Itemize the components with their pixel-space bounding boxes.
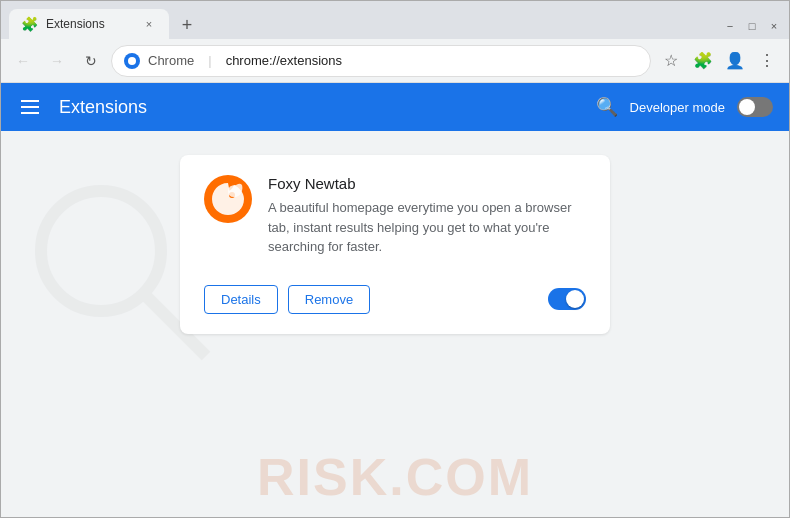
address-separator: | (208, 53, 211, 68)
menu-button[interactable]: ⋮ (753, 47, 781, 75)
card-header: Foxy Newtab A beautiful homepage everyti… (204, 175, 586, 257)
watermark-text: RISK.COM (257, 447, 533, 507)
svg-point-2 (128, 57, 136, 65)
extensions-button[interactable]: 🧩 (689, 47, 717, 75)
hamburger-line-2 (21, 106, 39, 108)
tab-favicon-puzzle: 🧩 (21, 16, 38, 32)
site-security-icon (124, 53, 140, 69)
address-bar[interactable]: Chrome | chrome://extensions (111, 45, 651, 77)
extensions-page-title: Extensions (59, 97, 147, 118)
main-content: Foxy Newtab A beautiful homepage everyti… (1, 131, 789, 517)
site-name: Chrome (148, 53, 194, 68)
tab-title: Extensions (46, 17, 105, 31)
browser-window: 🧩 Extensions × + − □ × ← → ↻ Chrome | ch… (0, 0, 790, 518)
extension-description: A beautiful homepage everytime you open … (268, 198, 586, 257)
active-tab[interactable]: 🧩 Extensions × (9, 9, 169, 39)
window-controls: − □ × (723, 19, 781, 39)
address-url: chrome://extensions (226, 53, 342, 68)
title-bar: 🧩 Extensions × + − □ × (1, 1, 789, 39)
back-button[interactable]: ← (9, 47, 37, 75)
browser-toolbar: ← → ↻ Chrome | chrome://extensions ☆ 🧩 👤… (1, 39, 789, 83)
search-icon[interactable]: 🔍 (596, 96, 618, 118)
extension-card: Foxy Newtab A beautiful homepage everyti… (180, 155, 610, 334)
extensions-bar-right: 🔍 Developer mode (596, 96, 773, 118)
forward-button[interactable]: → (43, 47, 71, 75)
reload-button[interactable]: ↻ (77, 47, 105, 75)
new-tab-button[interactable]: + (173, 11, 201, 39)
bookmark-button[interactable]: ☆ (657, 47, 685, 75)
extension-name: Foxy Newtab (268, 175, 586, 192)
details-button[interactable]: Details (204, 285, 278, 314)
developer-mode-toggle[interactable] (737, 97, 773, 117)
remove-button[interactable]: Remove (288, 285, 370, 314)
card-actions: Details Remove (204, 285, 586, 314)
hamburger-line-1 (21, 100, 39, 102)
extensions-header-bar: Extensions 🔍 Developer mode (1, 83, 789, 131)
maximize-button[interactable]: □ (745, 19, 759, 33)
close-button[interactable]: × (767, 19, 781, 33)
extension-info: Foxy Newtab A beautiful homepage everyti… (268, 175, 586, 257)
tab-close-button[interactable]: × (141, 16, 157, 32)
toolbar-icons: ☆ 🧩 👤 ⋮ (657, 47, 781, 75)
hamburger-line-3 (21, 112, 39, 114)
account-button[interactable]: 👤 (721, 47, 749, 75)
developer-mode-label: Developer mode (630, 100, 725, 115)
extension-enabled-toggle[interactable] (548, 288, 586, 310)
svg-point-3 (41, 191, 161, 311)
hamburger-menu-button[interactable] (17, 96, 43, 118)
extension-icon (204, 175, 252, 223)
minimize-button[interactable]: − (723, 19, 737, 33)
